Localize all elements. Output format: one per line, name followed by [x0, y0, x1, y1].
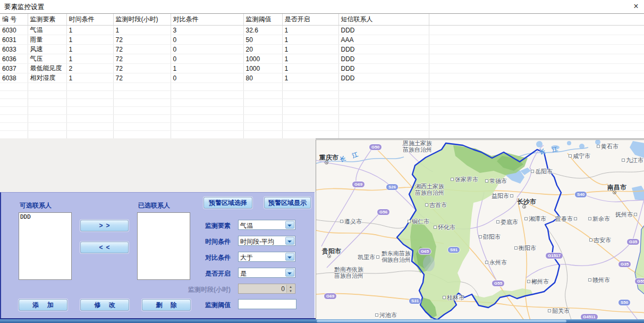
threshold-input[interactable]: [238, 299, 296, 309]
column-header[interactable]: 监测要素: [28, 14, 66, 26]
city-name: 河池市: [379, 312, 397, 318]
table-cell: 72: [113, 35, 171, 45]
delete-button-label: 删 除: [156, 300, 180, 310]
field-dropdown[interactable]: 气温: [238, 220, 295, 230]
table-cell-empty: [113, 123, 171, 131]
table-empty-row[interactable]: [0, 83, 644, 91]
selected-contacts-list[interactable]: [137, 212, 190, 280]
city-marker-icon: [588, 278, 591, 281]
table-cell-empty: [0, 83, 28, 91]
dropdown-value: 大于: [240, 253, 253, 262]
table-row[interactable]: 6038相对湿度1720801DDD: [0, 73, 644, 83]
titlebar: 要素监控设置 ×: [0, 0, 644, 13]
field-dropdown[interactable]: 大于: [238, 252, 295, 262]
table-empty-row[interactable]: [0, 123, 644, 131]
dropdown-value: 气温: [240, 221, 253, 230]
table-cell: 1: [282, 54, 338, 64]
column-header[interactable]: 是否开启: [282, 14, 338, 26]
column-header[interactable]: 监测阈值: [243, 14, 282, 26]
table-cell-empty: [243, 107, 282, 115]
city-name: 南昌市: [607, 184, 626, 191]
contact-list-item[interactable]: DDD: [19, 213, 71, 221]
table-empty-row[interactable]: [0, 91, 644, 99]
table-row[interactable]: 6036气压172010001DDD: [0, 54, 644, 64]
column-header[interactable]: 对比条件: [171, 14, 243, 26]
city-center-icon: [327, 254, 331, 258]
table-cell-empty: [0, 91, 28, 99]
column-header-filler: [429, 14, 644, 26]
warning-area-map[interactable]: 重庆市遵义市贵阳市凯里市河池市桂林市铜仁市吉首市张家界市常德市岳阳市益阳市长沙市…: [316, 139, 644, 319]
road-badge: S40: [575, 192, 587, 197]
table-cell-empty: [66, 131, 113, 139]
table-cell-empty: [429, 99, 644, 107]
map-city-label: 郴州市: [526, 278, 549, 286]
table-row[interactable]: 6030气温11332.61DDD: [0, 26, 644, 35]
field-dropdown[interactable]: 是: [238, 268, 295, 278]
add-button[interactable]: 添 加: [19, 299, 67, 311]
column-header[interactable]: 短信联系人: [338, 14, 429, 26]
move-right-icon: >>: [99, 220, 113, 231]
table-empty-row[interactable]: [0, 99, 644, 107]
table-cell: 3: [171, 26, 243, 35]
map-city-label: 铜仁市: [406, 218, 429, 226]
available-contacts-list[interactable]: DDD: [19, 212, 72, 280]
city-marker-icon: [479, 235, 482, 238]
move-left-button[interactable]: <<: [80, 242, 129, 253]
modify-button[interactable]: 修 改: [80, 299, 129, 311]
table-cell-empty: [429, 83, 644, 91]
map-city-label: 邵阳市: [478, 233, 501, 241]
warning-area-select-button[interactable]: 预警区域选择: [204, 197, 252, 209]
table-cell: 1: [171, 64, 243, 73]
table-cell: DDD: [338, 54, 429, 64]
city-marker-icon: [588, 217, 591, 220]
column-header[interactable]: 时间条件: [66, 14, 113, 26]
table-cell-empty: [243, 131, 282, 139]
scrollbar-thumb[interactable]: [317, 320, 566, 322]
table-cell: 80: [243, 73, 282, 83]
table-empty-row[interactable]: [0, 107, 644, 115]
table-row[interactable]: 6037最低能见度272110001DDD: [0, 64, 644, 73]
close-icon[interactable]: ×: [630, 1, 642, 12]
road-badge: G50: [369, 144, 382, 150]
map-city-label: 吉安市: [588, 236, 611, 244]
table-cell-empty: [338, 99, 429, 107]
city-marker-icon: [496, 220, 499, 223]
city-name: 抚州市: [615, 211, 633, 218]
period-label: 监测时段(小时): [183, 285, 231, 294]
map-city-label: 抚州市: [615, 211, 638, 219]
table-cell-empty: [28, 83, 66, 91]
warning-area-display-button[interactable]: 预警区域显示: [264, 197, 311, 209]
table-cell-empty: [0, 131, 28, 139]
city-center-icon: [613, 191, 616, 194]
spacer-area: [0, 138, 316, 192]
move-right-button[interactable]: >>: [80, 220, 129, 231]
column-header[interactable]: 监测时段(小时): [113, 14, 171, 26]
table-cell-empty: [171, 123, 243, 131]
table-cell-empty: [243, 123, 282, 131]
table-row[interactable]: 6031雨量1720501AAA: [0, 35, 644, 45]
table-row[interactable]: 6033风速1720201DDD: [0, 45, 644, 54]
city-name: 赣州市: [592, 277, 610, 283]
column-header[interactable]: 编 号: [0, 14, 28, 26]
table-cell-empty: [282, 107, 338, 115]
city-marker-icon: [634, 213, 637, 216]
table-cell-empty: [429, 139, 644, 139]
city-marker-icon: [408, 220, 411, 223]
field-dropdown[interactable]: 时间段-平均: [238, 236, 295, 246]
horizontal-scrollbar[interactable]: [0, 319, 644, 323]
city-name: 长沙市: [517, 198, 536, 205]
city-name: 咸宁市: [573, 153, 590, 159]
city-center-icon: [325, 161, 328, 164]
table-empty-row[interactable]: [0, 131, 644, 139]
chevron-down-icon: [285, 237, 294, 245]
table-empty-row[interactable]: [0, 115, 644, 123]
table-cell-empty: [171, 107, 243, 115]
table-cell-empty: [338, 91, 429, 99]
road-badge: G1517: [546, 253, 563, 259]
table-cell: 1: [282, 73, 338, 83]
table-cell-empty: [243, 99, 282, 107]
table-cell-empty: [113, 107, 171, 115]
table-cell-empty: [282, 91, 338, 99]
table-cell-empty: [243, 115, 282, 123]
table-cell-filler: [429, 35, 644, 45]
